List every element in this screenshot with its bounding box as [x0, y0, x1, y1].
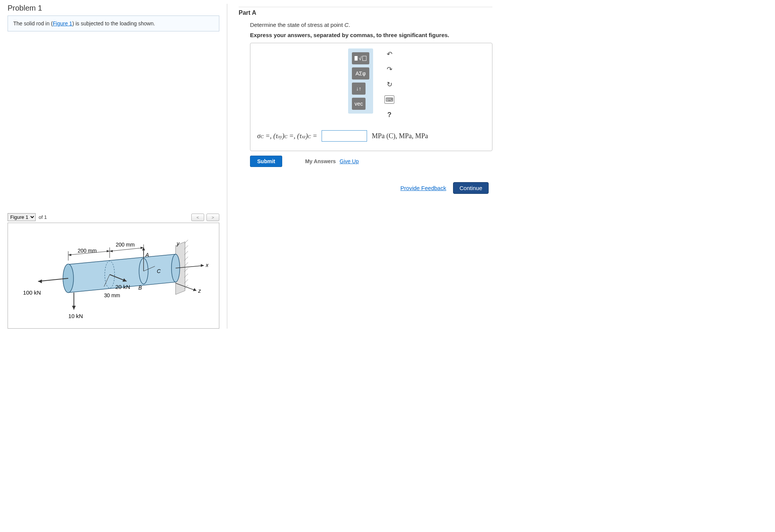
- continue-button[interactable]: Continue: [453, 182, 489, 194]
- point-B-label: B: [138, 285, 142, 291]
- prompt-text-pre: The solid rod in (: [13, 20, 53, 27]
- figure-count-label: of 1: [39, 214, 47, 220]
- svg-rect-26: [355, 56, 358, 61]
- answer-formula-label: σC =, (τxy)C =, (τxz)C =: [257, 132, 317, 140]
- sqrt-tool-button[interactable]: √: [352, 52, 369, 64]
- dim-200mm-2: 200 mm: [116, 242, 134, 248]
- provide-feedback-link[interactable]: Provide Feedback: [400, 185, 446, 191]
- figure-select[interactable]: Figure 1: [8, 213, 36, 221]
- axis-z-label: z: [198, 288, 201, 294]
- redo-icon[interactable]: ↷: [384, 65, 394, 73]
- force-20kN-label: 20 kN: [115, 284, 130, 290]
- problem-title: Problem 1: [8, 4, 219, 12]
- figure-prev-button[interactable]: <: [191, 214, 204, 221]
- equation-toolbar: √ ΑΣφ ↓↑ vec: [348, 48, 373, 114]
- part-a-format-instruction: Express your answers, separated by comma…: [250, 32, 492, 38]
- give-up-link[interactable]: Give Up: [340, 158, 359, 164]
- figure-toolbar: Figure 1 of 1 < >: [8, 213, 219, 221]
- axis-x-label: x: [205, 262, 209, 268]
- answer-input[interactable]: [322, 130, 367, 142]
- vector-tool-button[interactable]: vec: [352, 98, 366, 110]
- force-10kN-label: 10 kN: [68, 313, 83, 319]
- point-A-label: A: [145, 252, 149, 258]
- force-100kN-label: 100 kN: [23, 290, 41, 296]
- undo-icon[interactable]: ↶: [384, 50, 394, 58]
- radius-label: 30 mm: [104, 292, 120, 298]
- svg-rect-28: [362, 56, 366, 61]
- my-answers-label: My Answers: [305, 158, 336, 164]
- figure-panel: Figure 1 of 1 < >: [8, 213, 219, 329]
- point-C-label: C: [157, 268, 161, 274]
- prompt-text-post: ) is subjected to the loading shown.: [72, 20, 155, 27]
- dim-200mm-1: 200 mm: [78, 248, 97, 254]
- submit-button[interactable]: Submit: [250, 156, 282, 167]
- subscript-tool-button[interactable]: ↓↑: [352, 83, 366, 95]
- editor-controls: ↶ ↷ ↻ ⌨ ?: [384, 48, 394, 119]
- svg-line-21: [110, 248, 144, 251]
- reset-icon[interactable]: ↻: [384, 80, 394, 89]
- answer-box: √ ΑΣφ ↓↑ vec ↶ ↷ ↻ ⌨ ? σC =, (τxy)C =, (…: [250, 43, 492, 151]
- axis-y-label: y: [177, 240, 180, 246]
- answer-units: MPa (C), MPa, MPa: [372, 132, 428, 140]
- problem-prompt: The solid rod in (Figure 1) is subjected…: [8, 16, 219, 31]
- greek-tool-button[interactable]: ΑΣφ: [352, 67, 369, 80]
- part-a-header: Part A: [239, 7, 492, 16]
- help-icon[interactable]: ?: [384, 111, 394, 119]
- keyboard-icon[interactable]: ⌨: [384, 95, 394, 104]
- figure-image: A C B y x z 200 mm 2: [8, 223, 219, 329]
- svg-text:√: √: [359, 55, 362, 61]
- figure-next-button[interactable]: >: [206, 214, 219, 221]
- figure-link[interactable]: Figure 1: [53, 20, 72, 27]
- part-a-instruction: Determine the state of stress at point C…: [250, 22, 492, 28]
